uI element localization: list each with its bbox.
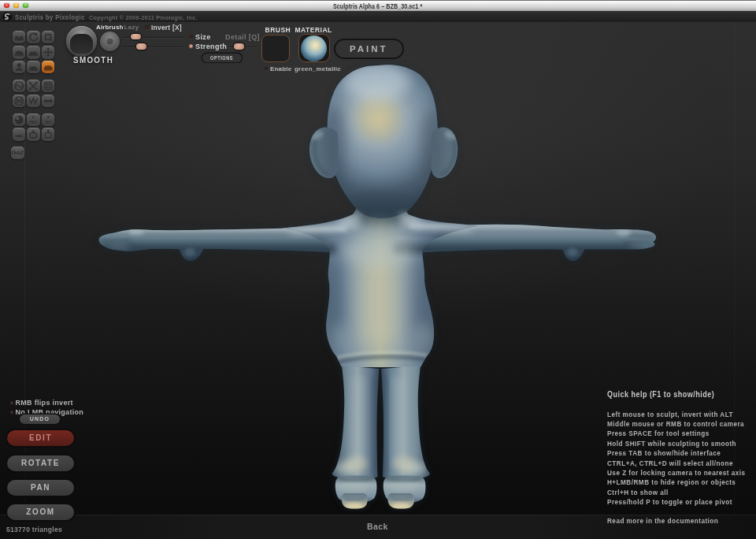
svg-text:OBJ: OBJ [44, 120, 52, 124]
svg-text:OBJ: OBJ [30, 120, 38, 124]
